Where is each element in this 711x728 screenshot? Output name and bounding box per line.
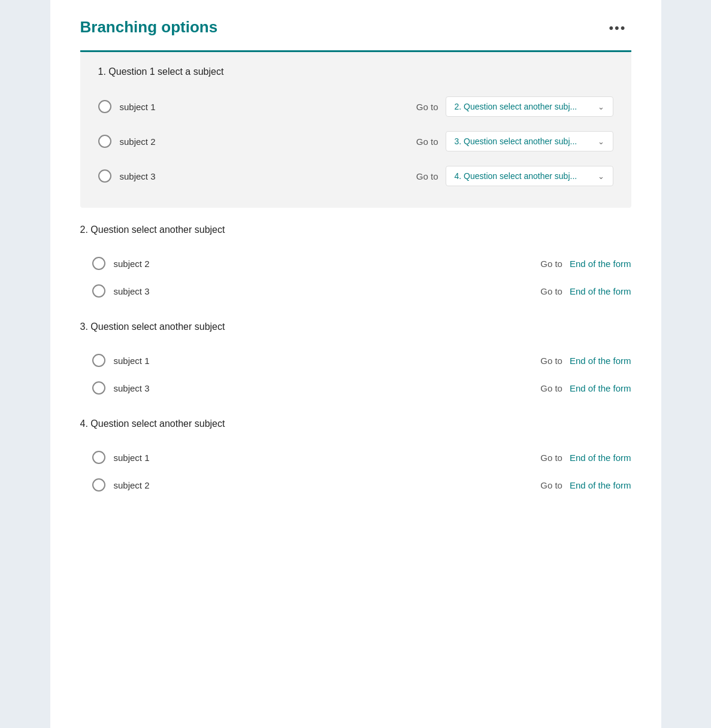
- question-title-3: 3. Question select another subject: [80, 311, 631, 337]
- table-row: subject 1Go toEnd of the form: [80, 347, 631, 374]
- radio-button[interactable]: [92, 451, 105, 464]
- goto-end-of-form-link[interactable]: End of the form: [570, 383, 631, 393]
- radio-button[interactable]: [92, 284, 105, 298]
- goto-label: Go to: [540, 286, 562, 296]
- goto-dropdown-text: 4. Question select another subj...: [455, 171, 592, 181]
- table-row: subject 3Go to4. Question select another…: [98, 159, 613, 193]
- question-title-4: 4. Question select another subject: [80, 408, 631, 434]
- option-label: subject 1: [120, 102, 156, 112]
- table-row: subject 3Go toEnd of the form: [80, 374, 631, 402]
- question-section-4: 4. Question select another subjectsubjec…: [80, 408, 631, 499]
- table-row: subject 3Go toEnd of the form: [80, 277, 631, 305]
- table-row: subject 2Go to3. Question select another…: [98, 124, 613, 159]
- goto-end-of-form-link[interactable]: End of the form: [570, 259, 631, 269]
- option-label: subject 3: [114, 383, 150, 393]
- goto-dropdown[interactable]: 2. Question select another subj...⌄: [446, 96, 613, 117]
- radio-button[interactable]: [98, 169, 111, 183]
- option-label: subject 2: [120, 136, 156, 147]
- goto-dropdown-text: 3. Question select another subj...: [455, 136, 592, 146]
- chevron-down-icon: ⌄: [598, 172, 604, 181]
- goto-label: Go to: [416, 136, 438, 147]
- page-title: Branching options: [80, 18, 218, 37]
- header: Branching options •••: [80, 18, 631, 50]
- goto-dropdown-text: 2. Question select another subj...: [455, 102, 592, 111]
- goto-label: Go to: [416, 102, 438, 112]
- table-row: subject 1Go toEnd of the form: [80, 444, 631, 471]
- option-label: subject 3: [114, 286, 150, 296]
- radio-button[interactable]: [92, 354, 105, 367]
- table-row: subject 2Go toEnd of the form: [80, 250, 631, 277]
- goto-end-of-form-link[interactable]: End of the form: [570, 453, 631, 463]
- goto-end-of-form-link[interactable]: End of the form: [570, 356, 631, 366]
- chevron-down-icon: ⌄: [598, 137, 604, 146]
- goto-end-of-form-link[interactable]: End of the form: [570, 286, 631, 296]
- goto-label: Go to: [540, 480, 562, 490]
- question-section-3: 3. Question select another subjectsubjec…: [80, 311, 631, 402]
- question-title-1: 1. Question 1 select a subject: [98, 66, 613, 77]
- option-label: subject 1: [114, 356, 150, 366]
- more-options-button[interactable]: •••: [604, 18, 631, 38]
- questions-container: 1. Question 1 select a subjectsubject 1G…: [80, 52, 631, 499]
- goto-dropdown[interactable]: 3. Question select another subj...⌄: [446, 131, 613, 151]
- radio-button[interactable]: [92, 381, 105, 395]
- page-container: Branching options ••• 1. Question 1 sele…: [50, 0, 661, 728]
- radio-button[interactable]: [98, 100, 111, 113]
- table-row: subject 1Go to2. Question select another…: [98, 89, 613, 124]
- goto-label: Go to: [540, 383, 562, 393]
- option-label: subject 2: [114, 480, 150, 490]
- option-label: subject 3: [120, 171, 156, 181]
- goto-label: Go to: [540, 453, 562, 463]
- chevron-down-icon: ⌄: [598, 102, 604, 111]
- goto-dropdown[interactable]: 4. Question select another subj...⌄: [446, 166, 613, 186]
- goto-label: Go to: [540, 259, 562, 269]
- radio-button[interactable]: [92, 478, 105, 492]
- option-label: subject 1: [114, 453, 150, 463]
- goto-end-of-form-link[interactable]: End of the form: [570, 480, 631, 490]
- question-section-2: 2. Question select another subjectsubjec…: [80, 214, 631, 305]
- question-block-1: 1. Question 1 select a subjectsubject 1G…: [80, 52, 631, 208]
- radio-button[interactable]: [92, 257, 105, 270]
- table-row: subject 2Go toEnd of the form: [80, 471, 631, 499]
- question-section-1: 1. Question 1 select a subjectsubject 1G…: [80, 52, 631, 208]
- goto-label: Go to: [416, 171, 438, 181]
- goto-label: Go to: [540, 356, 562, 366]
- option-label: subject 2: [114, 259, 150, 269]
- question-title-2: 2. Question select another subject: [80, 214, 631, 240]
- radio-button[interactable]: [98, 135, 111, 148]
